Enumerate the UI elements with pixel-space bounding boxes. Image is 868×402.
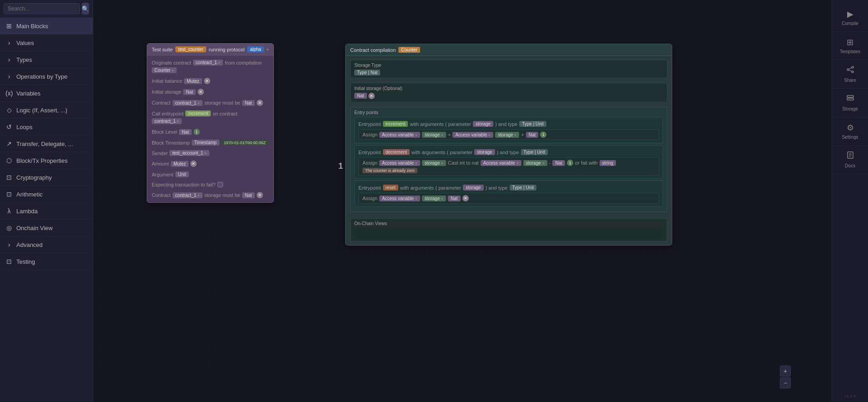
sidebar-item-transfer[interactable]: ↗ Transfer, Delegate, ... — [0, 136, 93, 152]
onchain-views-title: On-Chain Views — [354, 221, 663, 226]
running-protocol-label: running protocol — [209, 47, 245, 52]
templates-button[interactable]: ⊞ Templates — [832, 32, 868, 60]
sidebar-item-label: Transfer, Delegate, ... — [16, 141, 87, 147]
expecting-fail-checkbox[interactable] — [218, 182, 223, 187]
sidebar-item-loops[interactable]: ↺ Loops — [0, 119, 93, 136]
amount-row: Amount Mutez ✕ — [152, 159, 269, 168]
test-icon: ⊡ — [5, 258, 13, 265]
chevron-right-icon: › — [5, 56, 13, 63]
expecting-fail-row: Expecting transaction to fail? — [152, 181, 269, 189]
share-button[interactable]: Share — [832, 60, 868, 89]
test-suite-label: Test suite — [152, 47, 173, 52]
block-level-row: Block Level Nat 1 — [152, 127, 269, 136]
ep-decrement-header: Entrypoint decrement with arguments ( pa… — [358, 148, 659, 156]
sidebar-item-arithmetic[interactable]: ⊡ Arithmetic — [0, 186, 93, 203]
sidebar-item-label: Types — [16, 56, 87, 63]
sidebar-item-values[interactable]: › Values — [0, 35, 93, 51]
ep-increment-header: Entrypoint increment with arguments ( pa… — [358, 120, 659, 128]
reset-nat-close[interactable]: ✕ — [462, 195, 469, 201]
zoom-out-button[interactable]: − — [780, 377, 791, 388]
contract-compilation-body: Storage Type Type | Nat Initial storage … — [346, 56, 672, 245]
docs-button[interactable]: Docs — [832, 146, 868, 174]
right-sidebar: ▶ Compile ⊞ Templates Share Storage ⚙ — [832, 0, 868, 402]
share-icon — [846, 65, 854, 76]
initial-storage-close[interactable]: ✕ — [198, 89, 204, 95]
alpha-tag: alpha — [247, 46, 263, 52]
contract-storage-close[interactable]: ✕ — [257, 100, 263, 106]
storage-button[interactable]: Storage — [832, 89, 868, 117]
test-suite-header: Test suite test_counter running protocol… — [147, 44, 273, 55]
counter-tag: Counter — [398, 47, 420, 53]
chevron-right-icon: › — [5, 73, 13, 80]
number-badge: 1 — [338, 161, 343, 171]
left-sidebar: 🔍 ⊞ Main Blocks › Values › Types › Opera… — [0, 0, 93, 402]
variable-icon: (x) — [5, 90, 13, 97]
compile-label: Compile — [842, 21, 858, 26]
sidebar-item-types[interactable]: › Types — [0, 51, 93, 68]
initial-storage-row: Initial storage Nat ✕ — [152, 87, 269, 96]
block-level-value: 1 — [193, 129, 200, 135]
zoom-controls: + − — [780, 366, 791, 388]
sidebar-item-logic[interactable]: ◇ Logic (If, Assert, ...) — [0, 102, 93, 119]
storage-label: Storage — [842, 106, 858, 111]
sidebar-item-lambda[interactable]: λ Lambda — [0, 203, 93, 220]
docs-icon — [846, 151, 854, 161]
sidebar-item-label: Variables — [16, 90, 87, 97]
onchain-views-block: On-Chain Views — [350, 218, 667, 241]
sidebar-item-label: Testing — [16, 258, 87, 265]
main-canvas[interactable]: 1 Test suite test_counter running protoc… — [93, 0, 832, 402]
sidebar-item-label: Logic (If, Assert, ...) — [16, 107, 87, 114]
lambda-icon: λ — [5, 207, 13, 215]
contract-storage-row: Contract contract_1 ▾ storage must be Na… — [152, 98, 269, 107]
sidebar-item-testing[interactable]: ⊡ Testing — [0, 253, 93, 270]
sidebar-item-onchain-view[interactable]: ◎ Onchain View — [0, 220, 93, 236]
search-input[interactable] — [4, 3, 80, 14]
sidebar-item-label: Values — [16, 40, 87, 46]
contract-storage2-close[interactable]: ✕ — [257, 192, 263, 198]
search-bar: 🔍 — [0, 0, 93, 18]
zoom-in-button[interactable]: + — [780, 366, 791, 377]
test-suite-block: Test suite test_counter running protocol… — [147, 43, 274, 203]
contract-compilation-block: Contract compilation Counter Storage Typ… — [345, 44, 672, 246]
increment-nat-value: 1 — [540, 131, 546, 138]
ep-reset-code-row: Assign Access variable ▾ storage ▾ Nat ✕ — [362, 195, 655, 201]
sidebar-item-label: Onchain View — [16, 225, 87, 231]
test-suite-body: Originate contract contract_1 ▾ from com… — [147, 55, 273, 202]
sidebar-item-label: Main Blocks — [16, 23, 87, 30]
ep-increment: Entrypoint increment with arguments ( pa… — [354, 117, 663, 143]
sidebar-item-cryptography[interactable]: ⊡ Cryptography — [0, 169, 93, 186]
settings-button[interactable]: ⚙ Settings — [832, 117, 868, 146]
sidebar-item-operations-by-type[interactable]: › Operations by Type — [0, 68, 93, 85]
compile-button[interactable]: ▶ Compile — [832, 4, 868, 32]
block-icon: ⬡ — [5, 157, 13, 164]
initial-balance-close[interactable]: ✕ — [204, 78, 210, 84]
sidebar-item-advanced[interactable]: › Advanced — [0, 236, 93, 253]
sidebar-item-label: Arithmetic — [16, 191, 87, 198]
sidebar-item-label: Advanced — [16, 241, 87, 248]
storage-type-tag: Type | Nat — [354, 70, 380, 75]
svg-point-2 — [852, 71, 853, 73]
compile-icon: ▶ — [847, 9, 853, 19]
initial-storage-opt-close[interactable]: ✕ — [368, 93, 375, 99]
chevron-right-icon: › — [5, 241, 13, 248]
ep-reset: Entrypoint reset with arguments ( parame… — [354, 181, 663, 207]
version-label: v1.0.0 — [841, 390, 859, 402]
test-suite-tag: test_counter — [175, 46, 206, 52]
search-button[interactable]: 🔍 — [82, 3, 89, 15]
sidebar-item-label: Operations by Type — [16, 73, 87, 80]
amount-close[interactable]: ✕ — [190, 161, 197, 167]
contract-storage-row2: Contract contract_1 ▾ storage must be Na… — [152, 191, 269, 200]
decrement-nat-value: 1 — [567, 160, 573, 166]
svg-line-4 — [849, 70, 852, 71]
ep-decrement-code: Assign Access variable ▾ storage ▾ Cast … — [358, 157, 659, 176]
sidebar-item-main-blocks[interactable]: ⊞ Main Blocks — [0, 18, 93, 35]
call-entrypoint-row: Call entrypoint increment on contract co… — [152, 109, 269, 126]
initial-storage-optional-block: Initial storage (Optional) Nat ✕ — [350, 83, 667, 102]
ep-increment-code-row: Assign Access variable ▾ storage ▾ + Acc… — [362, 131, 655, 138]
ep-reset-header: Entrypoint reset with arguments ( parame… — [358, 184, 659, 191]
sidebar-item-variables[interactable]: (x) Variables — [0, 85, 93, 102]
contract-compilation-label: Contract compilation — [350, 47, 396, 53]
sidebar-item-label: Loops — [16, 124, 87, 131]
header-dropdown-arrow[interactable]: ▾ — [267, 47, 269, 52]
sidebar-item-block-tx[interactable]: ⬡ Block/Tx Properties — [0, 152, 93, 169]
